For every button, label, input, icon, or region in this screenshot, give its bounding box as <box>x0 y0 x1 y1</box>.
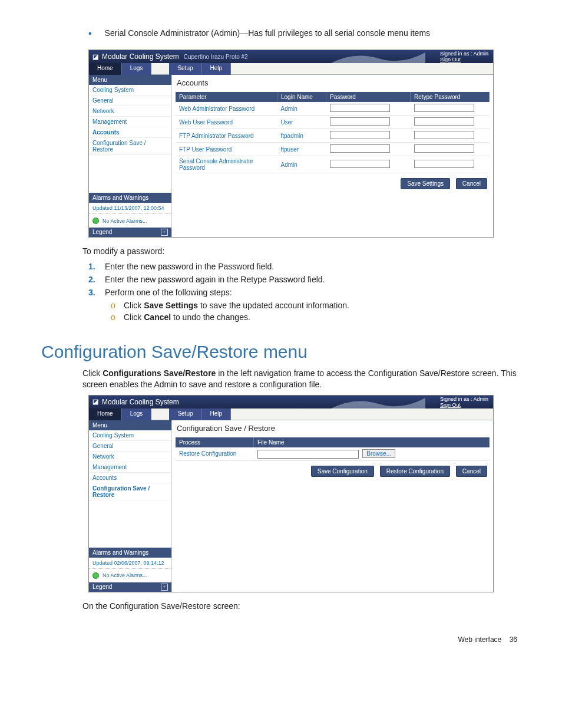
no-alarms-text: No Active Alarms... <box>103 572 147 578</box>
retype-input[interactable] <box>414 104 474 112</box>
legend-label: Legend <box>92 584 112 591</box>
header-swoosh-icon <box>331 50 425 63</box>
sidebar-item-general[interactable]: General <box>89 95 171 106</box>
col-login: Login Name <box>277 92 326 102</box>
product-title: Modular Cooling System <box>102 398 179 406</box>
col-retype: Retype Password <box>411 92 490 102</box>
intro-bullet: • Serial Console Administrator (Admin)—H… <box>88 28 521 39</box>
tab-home[interactable]: Home <box>89 409 122 420</box>
tab-setup[interactable]: Setup <box>169 63 201 75</box>
expand-icon[interactable]: + <box>161 229 168 236</box>
tab-help[interactable]: Help <box>202 409 232 420</box>
col-file: File Name <box>254 437 490 447</box>
section-heading: Configuration Save/Restore menu <box>41 342 521 362</box>
restore-label: Restore Configuration <box>176 447 254 460</box>
intro-bullet-text: Serial Console Administrator (Admin)—Has… <box>105 28 430 39</box>
legend-bar[interactable]: Legend + <box>89 228 171 237</box>
sidebar: Menu Cooling System General Network Mana… <box>89 75 172 237</box>
retype-input[interactable] <box>414 117 474 126</box>
accounts-table: Parameter Login Name Password Retype Pas… <box>176 92 490 173</box>
sidebar-item-cooling[interactable]: Cooling System <box>89 85 171 95</box>
tab-logs[interactable]: Logs <box>122 63 152 75</box>
alarms-updated: Updated 11/13/2007, 12:00:54 <box>89 203 171 214</box>
sidebar-item-accounts[interactable]: Accounts <box>89 127 171 138</box>
password-input[interactable] <box>330 144 390 153</box>
retype-input[interactable] <box>414 144 474 153</box>
hp-logo-icon: ◪ <box>92 53 98 61</box>
table-row: Restore Configuration Browse... <box>176 447 490 460</box>
tab-home[interactable]: Home <box>89 63 122 75</box>
tab-logs[interactable]: Logs <box>122 409 152 420</box>
cancel-button[interactable]: Cancel <box>456 466 487 477</box>
table-row: FTP Administrator Passwordftpadmin <box>176 129 490 143</box>
menu-header: Menu <box>89 75 171 85</box>
menu-header: Menu <box>89 420 171 430</box>
tab-bar: Home Logs Setup Help <box>89 63 493 75</box>
browse-button[interactable]: Browse... <box>362 449 395 458</box>
sidebar-item-network[interactable]: Network <box>89 452 171 462</box>
sidebar-item-config[interactable]: Configuration Save / Restore <box>89 138 171 155</box>
page-title: Accounts <box>172 75 493 92</box>
save-configuration-button[interactable]: Save Configuration <box>311 466 374 477</box>
bullet-icon: • <box>88 28 92 39</box>
after-shot2-text: On the Configuration Save/Restore screen… <box>82 601 521 612</box>
signed-in-text: Signed in as : Admin <box>440 396 488 402</box>
modify-intro: To modify a password: <box>82 246 521 257</box>
config-save-restore-screenshot: ◪ Modular Cooling System Signed in as : … <box>88 395 494 592</box>
sign-out-link[interactable]: Sign Out <box>440 57 461 62</box>
password-input[interactable] <box>330 104 390 112</box>
password-input[interactable] <box>330 160 390 168</box>
col-process: Process <box>176 437 254 447</box>
sub-bullet-icon: o <box>111 301 124 310</box>
sign-out-link[interactable]: Sign Out <box>440 402 461 408</box>
table-row: Web User PasswordUser <box>176 116 490 129</box>
substep-b: o Click Cancel to undo the changes. <box>111 312 521 322</box>
cancel-button[interactable]: Cancel <box>456 178 487 189</box>
step-2: 2.Enter the new password again in the Re… <box>88 275 521 284</box>
sidebar-item-management[interactable]: Management <box>89 462 171 473</box>
sign-in-block: Signed in as : Admin Sign Out <box>440 396 488 408</box>
legend-bar[interactable]: Legend + <box>89 582 171 592</box>
signed-in-text: Signed in as : Admin <box>440 51 488 57</box>
restore-table: Process File Name Restore Configuration … <box>176 437 490 461</box>
table-row: FTP User Passwordftpuser <box>176 143 490 156</box>
alarms-updated: Updated 02/06/2007, 09:14:12 <box>89 558 171 569</box>
sidebar-item-config[interactable]: Configuration Save / Restore <box>89 483 171 500</box>
substep-a: o Click Save Settings to save the update… <box>111 301 521 310</box>
retype-input[interactable] <box>414 131 474 139</box>
expand-icon[interactable]: + <box>161 584 168 591</box>
sidebar-item-cooling[interactable]: Cooling System <box>89 430 171 441</box>
table-row: Web Administrator PasswordAdmin <box>176 102 490 116</box>
save-settings-button[interactable]: Save Settings <box>401 178 450 189</box>
password-input[interactable] <box>330 131 390 139</box>
col-parameter: Parameter <box>176 92 277 102</box>
product-title: Modular Cooling System <box>102 52 179 61</box>
legend-label: Legend <box>92 229 112 236</box>
retype-input[interactable] <box>414 160 474 168</box>
main-panel: Accounts Parameter Login Name Password R… <box>172 75 493 237</box>
footer-label: Web interface <box>458 635 501 644</box>
table-row: Serial Console Administrator PasswordAdm… <box>176 156 490 173</box>
hp-logo-icon: ◪ <box>92 398 98 406</box>
app-header: ◪ Modular Cooling System Cupertino Irazu… <box>89 50 493 63</box>
sidebar-item-network[interactable]: Network <box>89 106 171 117</box>
product-subtitle: Cupertino Irazu Proto #2 <box>184 54 248 60</box>
step-number: 1. <box>88 262 105 271</box>
alarms-header: Alarms and Warnings <box>89 548 171 558</box>
password-input[interactable] <box>330 117 390 126</box>
sidebar-item-general[interactable]: General <box>89 441 171 452</box>
tab-setup[interactable]: Setup <box>169 409 201 420</box>
col-password: Password <box>326 92 411 102</box>
status-ok-icon <box>92 572 99 579</box>
app-header: ◪ Modular Cooling System Signed in as : … <box>89 396 493 409</box>
header-swoosh-icon <box>331 396 425 409</box>
restore-configuration-button[interactable]: Restore Configuration <box>380 466 450 477</box>
sidebar-item-accounts[interactable]: Accounts <box>89 473 171 483</box>
sidebar-item-management[interactable]: Management <box>89 117 171 127</box>
page-title: Configuration Save / Restore <box>172 420 493 437</box>
tab-help[interactable]: Help <box>202 63 232 75</box>
button-row: Save Settings Cancel <box>172 173 493 194</box>
file-name-input[interactable] <box>257 450 359 459</box>
step-number: 2. <box>88 275 105 284</box>
no-alarms-text: No Active Alarms... <box>103 218 147 224</box>
